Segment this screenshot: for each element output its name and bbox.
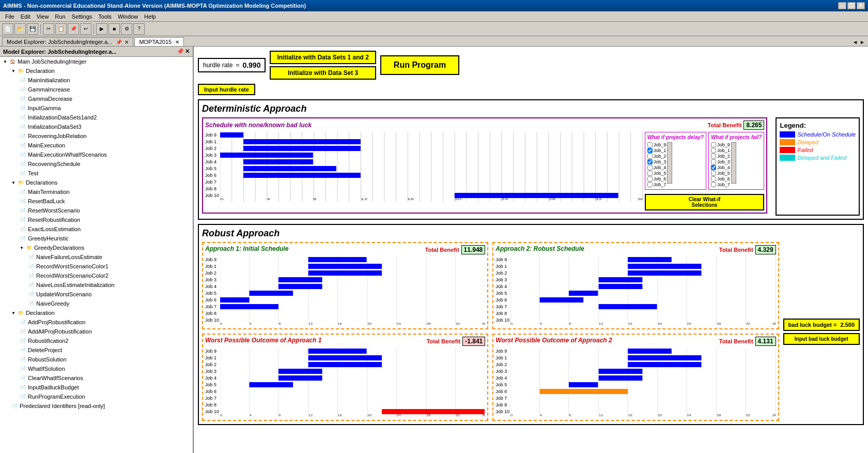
stop-btn[interactable]: ■ [109,23,120,35]
delay-cb-job9[interactable] [647,142,653,147]
delay-cb-job5[interactable] [647,171,653,176]
pin-sidebar-icon[interactable]: 📌 [177,48,184,55]
fail-cb-job9[interactable] [711,142,716,147]
fail-cb-job4[interactable] [711,165,716,170]
sidebar-item-declarations[interactable]: ▼ 📁 Declarations [0,178,193,187]
fail-job3[interactable]: Job_3 [711,159,730,164]
sidebar-item-declaration2[interactable]: ▼ 📁 Declaration [0,308,193,318]
cut-btn[interactable]: ✂ [43,23,54,35]
sidebar-item-recordworst2[interactable]: 📄 RecordWorstScenarioColor2 [0,271,193,280]
tab-scroll-left[interactable]: ◄ [851,38,859,46]
menu-help[interactable]: Help [141,12,159,21]
sidebar-item-inputgamma[interactable]: 📄 InputGamma [0,103,193,113]
fail-job6[interactable]: Job_6 [711,176,730,182]
tab-mopta[interactable]: MOPTA2015 ✕ [134,37,184,46]
input-bad-luck-button[interactable]: Input bad luck budget [783,333,860,345]
clear-whatif-button[interactable]: Clear What-if Selections [645,194,765,210]
sidebar-item-inputbadluck[interactable]: 📄 InputBadluckBudget [0,383,193,392]
init-datasets-12-button[interactable]: Initialize with Data Sets 1 and 2 [270,51,376,64]
expand-greedydeclarations[interactable]: ▼ [19,245,25,251]
sidebar-item-declaration1[interactable]: ▼ 📁 Declaration [0,66,193,76]
sidebar-item-runprogramexecution[interactable]: 📄 RunProgramExecution [0,392,193,401]
sidebar-item-resetbadluck[interactable]: 📄 ResetBadLuck [0,197,193,206]
input-hurdle-rate-button[interactable]: Input hurdle rate [198,84,255,95]
fail-cb-job2[interactable] [711,154,716,159]
fail-job2[interactable]: Job_2 [711,154,730,159]
sidebar-item-recoveringjobrelation[interactable]: 📄 RecoveringJobRelation [0,131,193,141]
delay-job4[interactable]: Job_4 [647,165,667,170]
pin-icon[interactable]: 📌 [116,39,122,45]
tab-scroll-right[interactable]: ► [859,38,866,46]
sidebar-item-initdatasets12[interactable]: 📄 InitializationDataSets1and2 [0,113,193,122]
menu-settings[interactable]: Settings [69,12,96,21]
sidebar-item-clearwhatif[interactable]: 📄 ClearWhatIfScenarios [0,373,193,383]
menu-view[interactable]: View [34,12,52,21]
sidebar-item-recoveringschedule[interactable]: 📄 RecoveringSchedule [0,159,193,169]
sidebar-item-robustification2[interactable]: 📄 Robustification2 [0,336,193,345]
sidebar-item-initdataset3[interactable]: 📄 InitializationDataSet3 [0,122,193,131]
expand-root[interactable]: ▼ [2,58,8,65]
run-program-button[interactable]: Run Program [380,55,459,75]
delay-job3[interactable]: Job_3 [647,159,667,164]
delay-cb-job4[interactable] [647,165,653,170]
expand-declarations[interactable]: ▼ [10,179,17,186]
init-dataset-3-button[interactable]: Initialize with Data Set 3 [270,66,376,80]
sidebar-item-test[interactable]: 📄 Test [0,169,193,178]
sidebar-item-whatifsolution[interactable]: 📄 WhatIfSolution [0,364,193,373]
tab-model-explorer[interactable]: Model Explorer: JobSchedulingInteger.a..… [2,37,133,46]
sidebar-item-naivegreedy[interactable]: 📄 NaiveGreedy [0,299,193,308]
delay-cb-job7[interactable] [647,182,653,187]
restore-btn[interactable]: ❐ [847,2,856,9]
sidebar-item-gammaincrease[interactable]: 📄 GammaIncrease [0,85,193,94]
delay-scrollbar[interactable] [667,142,672,184]
fail-cb-job3[interactable] [711,159,716,164]
delay-cb-job6[interactable] [647,176,653,182]
help-toolbar-btn[interactable]: ? [133,23,145,35]
sidebar-item-deleteproject[interactable]: 📄 DeleteProject [0,345,193,355]
fail-cb-job7[interactable] [711,182,716,187]
undo-btn[interactable]: ↩ [80,23,91,35]
fail-cb-job5[interactable] [711,171,716,176]
fail-job1[interactable]: Job_1 [711,148,730,153]
new-btn[interactable]: 📄 [2,23,13,35]
sidebar-item-maintermination[interactable]: 📄 MainTermination [0,187,193,197]
sidebar-item-addallprojrobust[interactable]: 📄 AddAllProjRobustification [0,327,193,336]
sidebar-item-addprojrobust[interactable]: 📄 AddProjRobustification [0,318,193,327]
sidebar-item-mainexecution[interactable]: 📄 MainExecution [0,141,193,150]
delay-job9[interactable]: Job_9 [647,142,667,147]
fail-cb-job6[interactable] [711,176,716,182]
tree-root[interactable]: ▼ 🏠 Main JobSchedulingInteger [0,57,193,66]
open-btn[interactable]: 📂 [14,23,26,35]
sidebar-item-maininitializaion[interactable]: 📄 MainInitialization [0,76,193,85]
sidebar-item-naivelossestimate[interactable]: 📄 NaiveLossEstimateInitialization [0,280,193,290]
sidebar-item-predeclared[interactable]: 📄 Predeclared Identifiers [read-only] [0,401,193,411]
menu-run[interactable]: Run [52,12,68,21]
sidebar-item-greedyheuristic[interactable]: 📄 GreedyHeuristic [0,234,193,243]
sidebar-item-naivefailure[interactable]: 📄 NaiveFailureLossEstimate [0,252,193,262]
close-btn[interactable]: ✕ [857,2,865,9]
delay-job2[interactable]: Job_2 [647,154,667,159]
delay-job7[interactable]: Job_7 [647,182,667,187]
delay-job1[interactable]: Job_1 [647,148,667,153]
sidebar-item-robustsolution[interactable]: 📄 RobustSolution [0,355,193,364]
sidebar-item-gammadecrease[interactable]: 📄 GammaDecrease [0,94,193,103]
debug-btn[interactable]: ⚙ [121,23,132,35]
fail-scrollbar[interactable] [731,142,736,184]
delay-job6[interactable]: Job_6 [647,176,667,182]
sidebar-item-resetworstscenario[interactable]: 📄 ResetWorstScenario [0,206,193,215]
delay-cb-job3[interactable] [647,159,653,164]
menu-window[interactable]: Window [115,12,141,21]
fail-cb-job1[interactable] [711,148,716,153]
menu-file[interactable]: File [2,12,18,21]
expand-declaration1[interactable]: ▼ [10,68,17,74]
expand-declaration2[interactable]: ▼ [10,310,17,316]
save-btn[interactable]: 💾 [27,23,38,35]
delay-cb-job1[interactable] [647,148,653,153]
delay-job5[interactable]: Job_5 [647,171,667,176]
paste-btn[interactable]: 📌 [68,23,79,35]
run-toolbar-btn[interactable]: ▶ [96,23,107,35]
close-tab-icon[interactable]: ✕ [125,39,129,45]
close-mopta-icon[interactable]: ✕ [175,39,179,45]
sidebar-item-resetrobustification[interactable]: 📄 ResetRobustification [0,215,193,224]
minimize-btn[interactable]: ─ [838,2,846,9]
